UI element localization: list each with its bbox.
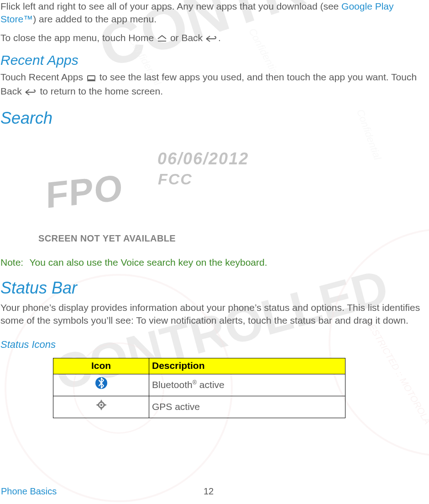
- table-row: GPS active: [53, 396, 345, 418]
- bluetooth-icon: [94, 381, 108, 392]
- recent-apps-paragraph: Touch Recent Apps to see the last few ap…: [0, 71, 427, 100]
- text: Flick left and right to see all of your …: [0, 1, 341, 11]
- status-bar-heading: Status Bar: [0, 277, 427, 299]
- gps-icon-cell: [53, 396, 149, 418]
- table-header-row: Icon Description: [53, 358, 345, 374]
- close-app-menu-paragraph: To close the app menu, touch Home or Bac…: [0, 31, 427, 46]
- svg-rect-0: [88, 76, 95, 80]
- home-icon: [157, 33, 167, 46]
- status-icons-table: Icon Description Bluetooth® active: [53, 358, 345, 418]
- text: Touch Recent Apps: [0, 72, 86, 82]
- page-footer: Phone Basics 12: [1, 485, 425, 498]
- note-label: Note:: [0, 256, 27, 269]
- bluetooth-icon-cell: [53, 374, 149, 396]
- col-icon-header: Icon: [53, 358, 149, 374]
- search-heading: Search: [0, 107, 427, 130]
- footer-section-label: Phone Basics: [1, 486, 57, 496]
- page-content: Flick left and right to see all of your …: [0, 0, 429, 418]
- page-number: 12: [204, 485, 214, 498]
- back-icon: [25, 86, 37, 99]
- col-description-header: Description: [149, 358, 345, 374]
- apps-intro-paragraph: Flick left and right to see all of your …: [0, 0, 427, 26]
- text: or Back: [170, 32, 205, 43]
- text: .: [218, 32, 221, 43]
- text: to return to the home screen.: [40, 86, 163, 96]
- recent-apps-heading: Recent Apps: [0, 51, 427, 70]
- note-body: You can also use the Voice search key on…: [29, 257, 267, 268]
- gps-icon: [94, 403, 108, 414]
- recent-apps-icon: [86, 72, 97, 85]
- search-note: Note: You can also use the Voice search …: [0, 256, 427, 269]
- table-row: Bluetooth® active: [53, 374, 345, 396]
- bluetooth-desc-cell: Bluetooth® active: [149, 374, 345, 396]
- gps-desc-cell: GPS active: [149, 396, 345, 418]
- text: To close the app menu, touch Home: [0, 32, 157, 43]
- status-bar-paragraph: Your phone’s display provides informatio…: [0, 301, 427, 327]
- status-icons-subheading: Status Icons: [0, 338, 427, 352]
- back-icon: [205, 33, 218, 46]
- svg-point-4: [100, 404, 102, 406]
- text: ) are added to the app menu.: [33, 14, 157, 24]
